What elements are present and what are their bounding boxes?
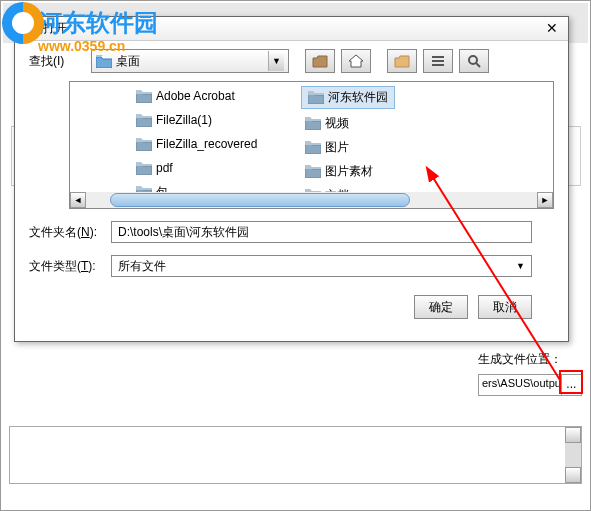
scroll-track[interactable] bbox=[86, 192, 537, 208]
dialog-titlebar: 打开 ✕ bbox=[15, 17, 568, 41]
folder-item[interactable]: 图片 bbox=[301, 137, 417, 157]
svg-rect-1 bbox=[432, 60, 444, 62]
folder-icon bbox=[305, 117, 321, 130]
scroll-right-button[interactable]: ► bbox=[537, 192, 553, 208]
folder-icon bbox=[136, 114, 152, 127]
svg-rect-0 bbox=[432, 56, 444, 58]
home-button[interactable] bbox=[341, 49, 371, 73]
dialog-title: 打开 bbox=[43, 20, 542, 37]
lookin-value: 桌面 bbox=[116, 53, 140, 70]
list-view-button[interactable] bbox=[423, 49, 453, 73]
folder-item[interactable]: FileZilla_recovered bbox=[132, 134, 261, 154]
folder-icon bbox=[305, 165, 321, 178]
folder-icon bbox=[96, 55, 112, 68]
folder-label: 河东软件园 bbox=[328, 89, 388, 106]
scroll-up-button[interactable] bbox=[565, 427, 581, 443]
folder-up-icon bbox=[312, 53, 328, 69]
open-dialog: 打开 ✕ 查找(I) 桌面 ▼ bbox=[14, 16, 569, 342]
filetype-value: 所有文件 bbox=[118, 258, 166, 275]
foldername-label: 文件夹名(N): bbox=[29, 224, 111, 241]
folder-icon bbox=[305, 141, 321, 154]
scroll-down-button[interactable] bbox=[565, 467, 581, 483]
folder-label: pdf bbox=[156, 161, 173, 175]
folder-icon bbox=[308, 91, 324, 104]
folder-label: FileZilla_recovered bbox=[156, 137, 257, 151]
up-folder-button[interactable] bbox=[305, 49, 335, 73]
folder-label: Adobe Acrobat bbox=[156, 89, 235, 103]
folder-item[interactable]: 视频 bbox=[301, 113, 417, 133]
folder-item[interactable]: 河东软件园 bbox=[301, 86, 395, 109]
list-icon bbox=[430, 53, 446, 69]
folder-label: FileZilla(1) bbox=[156, 113, 212, 127]
log-scrollbar[interactable] bbox=[565, 427, 581, 483]
folder-item[interactable]: 图片素材 bbox=[301, 161, 417, 181]
scroll-thumb[interactable] bbox=[110, 193, 410, 207]
folder-item[interactable]: pdf bbox=[132, 158, 261, 178]
details-view-button[interactable] bbox=[459, 49, 489, 73]
folder-label: 视频 bbox=[325, 115, 349, 132]
output-path-field[interactable]: ers\ASUS\output bbox=[478, 374, 562, 396]
folder-item[interactable]: FileZilla(1) bbox=[132, 110, 261, 130]
folder-new-icon bbox=[394, 53, 410, 69]
search-detail-icon bbox=[466, 53, 482, 69]
lookin-label: 查找(I) bbox=[29, 53, 85, 70]
folder-item[interactable]: Adobe Acrobat bbox=[132, 86, 261, 106]
svg-rect-2 bbox=[432, 64, 444, 66]
chevron-down-icon[interactable]: ▼ bbox=[268, 51, 284, 71]
scroll-left-button[interactable]: ◄ bbox=[70, 192, 86, 208]
output-location-group: 生成文件位置： ers\ASUS\output ... bbox=[478, 351, 582, 396]
filetype-label: 文件类型(T): bbox=[29, 258, 111, 275]
filetype-combo[interactable]: 所有文件 ▼ bbox=[111, 255, 532, 277]
home-icon bbox=[348, 53, 364, 69]
folder-icon bbox=[136, 162, 152, 175]
folder-icon bbox=[136, 90, 152, 103]
svg-line-4 bbox=[476, 63, 480, 67]
folder-label: 图片 bbox=[325, 139, 349, 156]
close-button[interactable]: ✕ bbox=[542, 20, 562, 38]
file-list[interactable]: Adobe AcrobatFileZilla(1)FileZilla_recov… bbox=[69, 81, 554, 209]
horizontal-scrollbar[interactable]: ◄ ► bbox=[70, 192, 553, 208]
browse-output-button[interactable]: ... bbox=[561, 374, 582, 396]
chevron-down-icon[interactable]: ▼ bbox=[516, 261, 525, 271]
output-location-label: 生成文件位置： bbox=[478, 351, 582, 368]
dialog-icon bbox=[21, 21, 37, 37]
svg-point-3 bbox=[469, 56, 477, 64]
log-panel bbox=[9, 426, 582, 484]
cancel-button[interactable]: 取消 bbox=[478, 295, 532, 319]
foldername-input[interactable] bbox=[111, 221, 532, 243]
ok-button[interactable]: 确定 bbox=[414, 295, 468, 319]
new-folder-button[interactable] bbox=[387, 49, 417, 73]
lookin-combo[interactable]: 桌面 ▼ bbox=[91, 49, 289, 73]
folder-label: 图片素材 bbox=[325, 163, 373, 180]
folder-icon bbox=[136, 138, 152, 151]
